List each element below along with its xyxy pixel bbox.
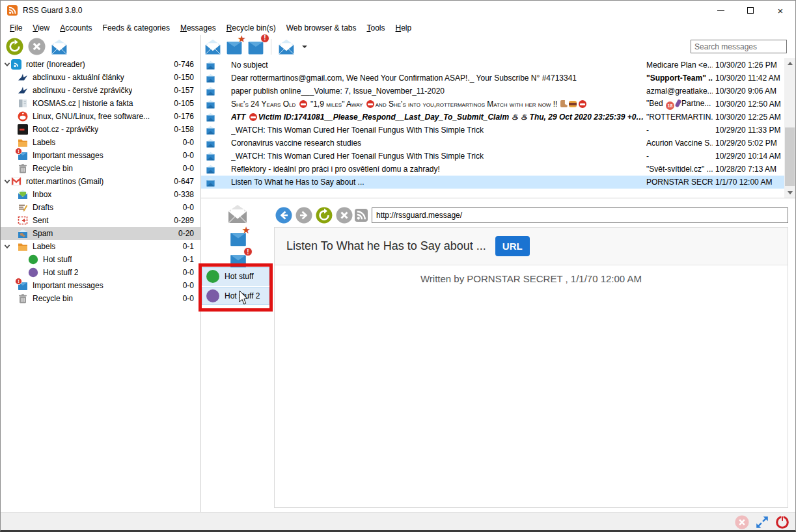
message-mark-unread-button[interactable]: ! <box>247 38 265 55</box>
chevron-spacer <box>3 269 11 276</box>
message-list-scrollbar[interactable] <box>784 58 795 198</box>
feed-row[interactable]: rotter.martinos (Gmail)0-647 <box>1 175 200 188</box>
feed-name: Drafts <box>33 203 53 212</box>
message-author: Medicare Plan <e... <box>646 60 713 70</box>
menu-feeds-categories[interactable]: Feeds & categories <box>98 21 175 34</box>
message-row[interactable]: Coronavirus vaccine research studiesAcur… <box>201 137 784 150</box>
menu-view[interactable]: View <box>27 21 55 34</box>
browser-forward-button[interactable] <box>295 207 312 224</box>
feed-count: 0-1 <box>183 242 200 251</box>
message-date: 10/29/20 5:02 PM <box>713 139 784 148</box>
message-mark-read-button[interactable] <box>204 38 222 55</box>
mail-icon <box>206 73 215 83</box>
label-option-hot-stuff[interactable]: Hot stuff <box>202 267 269 286</box>
preview-mark-unread-button[interactable]: ! <box>228 252 248 269</box>
maximize-button[interactable] <box>735 1 765 20</box>
chevron-down-icon[interactable] <box>3 60 11 68</box>
menu-tools[interactable]: Tools <box>362 21 391 34</box>
browser-back-button[interactable] <box>275 207 292 224</box>
dropdown-caret-icon[interactable] <box>302 46 307 51</box>
search-input[interactable] <box>691 40 787 53</box>
feed-row[interactable]: Spam0-20 <box>1 227 200 240</box>
message-mark-important-button[interactable]: ★ <box>225 38 243 55</box>
circle-green-icon <box>28 254 38 265</box>
feed-row[interactable]: Recycle bin0-0 <box>1 162 200 175</box>
chevron-down-icon[interactable] <box>3 243 11 250</box>
message-author: PORNSTAR SECR... <box>646 178 713 187</box>
feed-name: Hot stuff <box>43 255 72 264</box>
label-color-icon <box>206 270 219 283</box>
browser-stop-button[interactable] <box>336 207 353 224</box>
stop-updates-button[interactable] <box>28 38 46 55</box>
feed-row[interactable]: !Important messages0-0 <box>1 279 200 292</box>
url-input[interactable] <box>372 207 788 223</box>
feed-name: Important messages <box>33 151 103 160</box>
fullscreen-icon[interactable] <box>755 515 769 529</box>
message-row[interactable]: _WATCH: This Woman Cured Her Toenail Fun… <box>201 124 784 137</box>
feed-row[interactable]: Drafts0-0 <box>1 201 200 214</box>
feed-name: Spam <box>33 229 53 238</box>
message-date: 10/30/20 1:26 PM <box>713 60 784 70</box>
emoji-icon <box>674 99 681 107</box>
message-row[interactable]: No subjectMedicare Plan <e...10/30/20 1:… <box>201 59 784 72</box>
menu-messages[interactable]: Messages <box>175 21 221 34</box>
message-row[interactable]: paper publish online___Volume: 7, Issue_… <box>201 85 784 98</box>
label-option-hot-stuff-2[interactable]: Hot stuff 2 <box>202 287 269 305</box>
menu-web-browser-tabs[interactable]: Web browser & tabs <box>281 21 362 34</box>
feed-row[interactable]: Inbox0-338 <box>1 188 200 201</box>
scrollbar-thumb[interactable] <box>785 127 795 186</box>
feed-count: 0-1 <box>183 255 200 264</box>
spam-icon <box>18 228 28 239</box>
message-actions-dropdown[interactable] <box>277 38 295 55</box>
feed-row[interactable]: KOSMAS.cz | historie a fakta0-105 <box>1 97 200 110</box>
feed-row[interactable]: Recycle bin0-0 <box>1 292 200 305</box>
rootcz-icon <box>18 124 28 135</box>
reddit-icon <box>18 111 28 122</box>
feed-row[interactable]: !Important messages0-0 <box>1 149 200 162</box>
browser-reload-button[interactable] <box>316 207 333 224</box>
feed-row[interactable]: Labels0-1 <box>1 240 200 253</box>
menu-recycle-bins[interactable]: Recycle bin(s) <box>221 21 281 34</box>
message-row[interactable]: Dear rottermartinos@gmail.com, We Need Y… <box>201 72 784 85</box>
message-row[interactable]: _WATCH: This Woman Cured Her Toenail Fun… <box>201 150 784 163</box>
feed-row[interactable]: rotter (Inoreader)0-746 <box>1 58 200 71</box>
feed-row[interactable]: abclinuxu - aktuální články0-150 <box>1 71 200 84</box>
bird-icon <box>18 72 28 83</box>
scroll-down-icon[interactable] <box>784 187 795 198</box>
chevron-down-icon[interactable] <box>3 178 11 185</box>
message-row[interactable]: Listen To What he Has to Say about ...PO… <box>201 176 784 189</box>
message-row[interactable]: ATT Victim ID:1741081__Please_Respond__L… <box>201 111 784 124</box>
feed-name: Recycle bin <box>33 294 73 303</box>
menu-accounts[interactable]: Accounts <box>55 21 97 34</box>
preview-mark-important-button[interactable]: ★ <box>228 230 248 247</box>
emoji-icon <box>560 100 568 107</box>
bird-icon <box>18 85 28 96</box>
circle-purple-icon <box>28 267 38 278</box>
message-row[interactable]: Reflektory - ideální pro práci i pro osv… <box>201 163 784 176</box>
close-button[interactable]: × <box>765 1 795 20</box>
feed-row[interactable]: abclinuxu - čerstvé zprávičky0-157 <box>1 84 200 97</box>
trash-icon <box>18 163 28 174</box>
label-color-icon <box>206 289 219 302</box>
feed-row[interactable]: Hot stuff 20-0 <box>1 266 200 279</box>
update-feeds-button[interactable] <box>6 38 23 55</box>
message-row[interactable]: She's 24 Years Old "1,9 miles" Away and … <box>201 98 784 111</box>
mail-icon <box>206 86 215 96</box>
menu-help[interactable]: Help <box>391 21 417 34</box>
message-list: No subjectMedicare Plan <e...10/30/20 1:… <box>201 58 795 198</box>
preview-mark-read-button[interactable] <box>226 204 249 224</box>
url-button[interactable]: URL <box>495 236 530 256</box>
feed-row[interactable]: Hot stuff0-1 <box>1 253 200 266</box>
drafts-icon <box>18 202 28 213</box>
feed-row[interactable]: Labels0-0 <box>1 136 200 149</box>
feed-row[interactable]: Linux, GNU/Linux, free software...0-176 <box>1 110 200 123</box>
message-author: "Svět-svítidel.cz" ... <box>646 165 713 174</box>
feed-mark-read-button[interactable] <box>50 38 68 55</box>
menu-file[interactable]: File <box>5 21 27 34</box>
rss-feed-icon[interactable] <box>355 209 368 222</box>
feed-row[interactable]: Root.cz - zprávičky0-158 <box>1 123 200 136</box>
power-quit-icon[interactable] <box>775 515 789 529</box>
feed-row[interactable]: Sent0-289 <box>1 214 200 227</box>
minimize-button[interactable] <box>706 1 735 20</box>
scroll-up-icon[interactable] <box>784 58 795 68</box>
